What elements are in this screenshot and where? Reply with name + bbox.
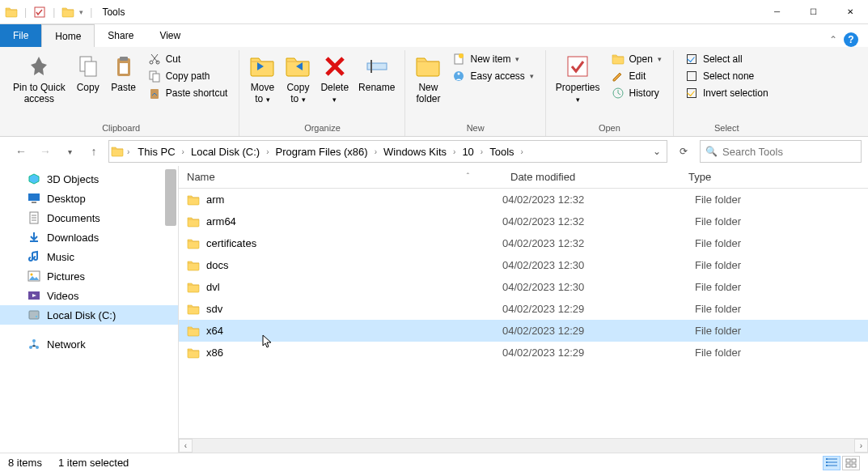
file-row[interactable]: x8604/02/2023 12:29File folder [179,342,868,364]
chevron-right-icon[interactable]: › [451,147,457,156]
chevron-right-icon[interactable]: › [180,147,186,156]
folder-icon [187,347,200,359]
nav-item-label: Desktop [47,193,86,205]
column-header-type[interactable]: Type [680,168,810,186]
paste-shortcut-button[interactable]: Paste shortcut [145,86,231,100]
qat-folder-icon[interactable] [61,6,74,19]
horizontal-scrollbar[interactable]: ‹ › [179,438,868,453]
recent-locations-button[interactable]: ▾ [60,142,79,161]
column-header-date[interactable]: Date modified [502,168,680,186]
address-dropdown-icon[interactable]: ⌄ [649,146,665,157]
pin-to-quick-access-button[interactable]: Pin to Quick access [8,50,70,108]
easy-access-button[interactable]: Easy access ▾ [449,69,536,83]
collapse-ribbon-icon[interactable]: ⌃ [829,34,837,45]
navigation-pane[interactable]: 3D ObjectsDesktopDocumentsDownloadsMusic… [0,166,178,453]
nav-item[interactable]: Downloads [0,227,178,247]
chevron-right-icon[interactable]: › [125,147,131,156]
search-input[interactable] [722,146,858,158]
copy-to-button[interactable]: Copy to ▾ [280,50,315,108]
nav-item[interactable]: Videos [0,286,178,305]
copy-to-icon [285,53,311,79]
move-to-button[interactable]: Move to ▾ [244,50,280,108]
rename-button[interactable]: Rename [354,50,400,97]
file-row[interactable]: sdv04/02/2023 12:29File folder [179,298,868,320]
maximize-button[interactable]: ☐ [795,0,832,24]
file-row[interactable]: certificates04/02/2023 12:32File folder [179,232,868,254]
select-all-icon [685,53,698,66]
svg-rect-33 [846,459,850,462]
file-name: x64 [206,325,223,337]
new-item-icon [452,53,465,66]
scroll-left-button[interactable]: ‹ [179,439,193,453]
close-button[interactable]: ✕ [832,0,868,24]
open-button[interactable]: Open ▾ [608,52,665,66]
minimize-button[interactable]: ─ [759,0,795,24]
chevron-right-icon[interactable]: › [479,147,485,156]
nav-item[interactable]: Network [0,334,178,354]
delete-button[interactable]: Delete▾ [315,50,354,108]
status-item-count: 8 items [8,457,42,469]
select-all-button[interactable]: Select all [682,52,772,66]
nav-item[interactable]: Documents [0,208,178,227]
column-header-name[interactable]: Nameˆ [179,168,502,186]
copy-path-button[interactable]: Copy path [145,69,231,83]
docs-icon [28,211,40,224]
nav-item[interactable]: Pictures [0,266,178,286]
chevron-right-icon[interactable]: › [373,147,379,156]
history-button[interactable]: History [608,86,665,100]
breadcrumb-segment[interactable]: Local Disk (C:) [186,144,265,159]
copy-button[interactable]: Copy [70,50,106,97]
file-name: arm [206,193,224,206]
edit-button[interactable]: Edit [608,69,665,83]
help-icon[interactable]: ? [844,32,858,47]
breadcrumb-segment[interactable]: 10 [457,144,478,159]
new-folder-button[interactable]: New folder [410,50,446,108]
nav-item[interactable]: 3D Objects [0,169,178,189]
breadcrumb-segment[interactable]: Windows Kits [379,144,451,159]
pictures-icon [28,270,40,283]
back-button[interactable]: ← [11,142,31,161]
scroll-right-button[interactable]: › [854,439,868,453]
tab-view[interactable]: View [146,24,193,47]
file-row[interactable]: x6404/02/2023 12:29File folder [179,320,868,342]
paste-button[interactable]: Paste [106,50,142,97]
refresh-button[interactable]: ⟳ [672,140,695,163]
tab-file[interactable]: File [0,24,41,47]
cut-button[interactable]: Cut [145,52,231,66]
qat-properties-icon[interactable] [33,6,46,19]
nav-item[interactable]: Music [0,247,178,266]
new-item-button[interactable]: New item ▾ [449,52,536,66]
chevron-right-icon[interactable]: › [519,147,525,156]
nav-item[interactable]: Local Disk (C:) [0,305,178,325]
nav-item-label: 3D Objects [47,173,99,185]
tab-home[interactable]: Home [41,24,95,47]
nav-scrollbar-thumb[interactable] [165,169,176,226]
file-row[interactable]: arm04/02/2023 12:32File folder [179,189,868,210]
file-row[interactable]: arm6404/02/2023 12:32File folder [179,210,868,232]
app-icon [5,6,18,19]
svg-rect-2 [85,62,96,76]
window-title: Tools [102,6,125,18]
chevron-right-icon[interactable]: › [265,147,270,156]
forward-button[interactable]: → [36,142,55,161]
svg-rect-19 [28,193,40,201]
videos-icon [28,289,40,302]
tab-share[interactable]: Share [95,24,146,47]
properties-button[interactable]: Properties▾ [551,50,605,108]
large-icons-view-button[interactable] [842,456,860,470]
file-row[interactable]: docs04/02/2023 12:30File folder [179,254,868,276]
nav-item[interactable]: Desktop [0,189,178,208]
folder-icon [187,237,200,250]
breadcrumb-segment[interactable]: Tools [485,144,519,159]
file-list[interactable]: arm04/02/2023 12:32File folderarm6404/02… [179,189,868,438]
up-button[interactable]: ↑ [84,142,104,161]
details-view-button[interactable] [823,456,840,470]
search-box[interactable]: 🔍 [700,140,862,163]
invert-selection-button[interactable]: Invert selection [682,86,772,100]
file-row[interactable]: dvl04/02/2023 12:30File folder [179,276,868,298]
breadcrumb-segment[interactable]: This PC [133,144,180,159]
breadcrumb-segment[interactable]: Program Files (x86) [271,144,373,159]
file-name: x86 [206,347,223,359]
address-bar[interactable]: › This PC›Local Disk (C:)›Program Files … [108,140,667,163]
select-none-button[interactable]: Select none [682,69,772,83]
